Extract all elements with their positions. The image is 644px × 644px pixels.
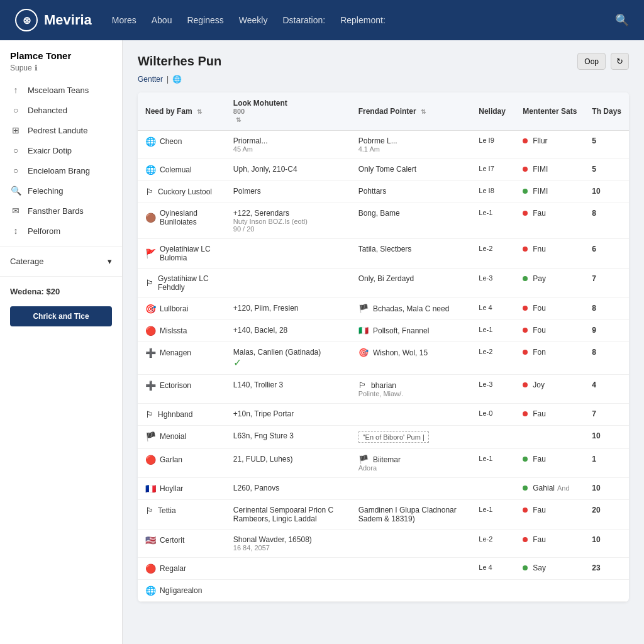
- cell-name: 🚩 Oyelatihiaw LC Bulomia: [138, 239, 226, 269]
- cell-frendad: [351, 580, 472, 602]
- cell-days: 1: [584, 449, 629, 478]
- cell-look: Polmers: [226, 181, 351, 203]
- cell-name: 🇫🇷 Hoyllar: [138, 478, 226, 500]
- cell-sats: Fllur: [515, 131, 584, 159]
- cell-neliday: Le I7: [471, 159, 515, 181]
- sidebar-category[interactable]: Caterage ▾: [0, 252, 122, 271]
- navbar: ⊛ Meviria Mores Abou Reginess Weekly Dst…: [0, 0, 644, 40]
- table-row: 🔴 Garlan 21, FULD, Luhes) 🏴 Biitemar Ado…: [138, 449, 629, 478]
- page-layout: Plamce Toner Supue ℹ ↑ Msceloam Teans ○ …: [0, 40, 644, 644]
- cell-look: Priormal... 45 Am: [226, 131, 351, 159]
- cell-sats: Gahial And: [515, 478, 584, 500]
- circle-icon: ○: [10, 105, 21, 115]
- sidebar-item-pedrest[interactable]: ⊞ Pedrest Landute: [0, 120, 122, 140]
- cell-frendad: Gamdinen I Glupa Cladnonar Sadem & 18319…: [351, 500, 472, 530]
- cell-look: L260, Panovs: [226, 478, 351, 500]
- cell-days: 10: [584, 181, 629, 203]
- cell-neliday: Le-2: [471, 530, 515, 558]
- cell-frendad: Tatila, Slectbers: [351, 239, 472, 269]
- sort-icon[interactable]: ⇅: [421, 108, 426, 115]
- sidebar-item-label: Msceloam Teans: [28, 86, 89, 95]
- cell-name: ➕ Menagen: [138, 342, 226, 375]
- cell-days: 8: [584, 203, 629, 239]
- nav-links: Mores Abou Reginess Weekly Dstaration: R…: [112, 15, 595, 25]
- pipe-separator: |: [167, 75, 169, 84]
- cell-neliday: Le 4: [471, 298, 515, 320]
- cell-sats: [515, 426, 584, 449]
- table-row: 🏳 Cuckory Lustool Polmers Pohttars Le I8…: [138, 181, 629, 203]
- sidebar-item-label: Fansther Bards: [28, 206, 84, 216]
- sidebar-item-encieloam[interactable]: ○ Encieloam Brang: [0, 160, 122, 180]
- sidebar-item-label: Dehancted: [28, 106, 67, 115]
- sidebar-item-feleching[interactable]: 🔍 Feleching: [0, 180, 122, 201]
- cell-days: 6: [584, 239, 629, 269]
- cell-sats: Pay: [515, 269, 584, 298]
- cell-sats: Joy: [515, 375, 584, 404]
- nav-reginess[interactable]: Reginess: [187, 15, 223, 25]
- table-row: 🏳 Tettia Cerinental Sempoaral Prion C Ra…: [138, 500, 629, 530]
- sidebar-item-fansther[interactable]: ✉ Fansther Bards: [0, 201, 122, 221]
- nav-abou[interactable]: Abou: [152, 15, 172, 25]
- cell-neliday: Le-3: [471, 269, 515, 298]
- grid-icon: ⊞: [10, 125, 21, 135]
- col-look-mohutent: Look Mohutent 800 ⇅: [226, 92, 351, 131]
- cell-frendad: [351, 530, 472, 558]
- sort-icon[interactable]: ⇅: [236, 116, 241, 123]
- cell-frendad: 🎯 Wishon, Wol, 15: [351, 342, 472, 375]
- cell-look: [226, 269, 351, 298]
- refresh-button[interactable]: ↻: [611, 53, 629, 70]
- main-sub: Gentter | 🌐: [138, 75, 629, 84]
- cell-sats: Fou: [515, 320, 584, 342]
- nav-replemont[interactable]: Replemont:: [340, 15, 386, 25]
- search-icon[interactable]: 🔍: [615, 13, 629, 27]
- cell-name: 🔴 Regalar: [138, 558, 226, 580]
- cell-frendad: "En of Biboro' Pum |: [351, 426, 472, 449]
- cell-frendad: [351, 478, 472, 500]
- cell-name: 🏳 Tettia: [138, 500, 226, 530]
- sidebar-item-msceloam[interactable]: ↑ Msceloam Teans: [0, 80, 122, 100]
- arrow-up-icon: ↑: [10, 85, 21, 95]
- sidebar: Plamce Toner Supue ℹ ↑ Msceloam Teans ○ …: [0, 40, 123, 644]
- cell-frendad: Pohttars: [351, 181, 472, 203]
- cell-neliday: Le I8: [471, 181, 515, 203]
- cell-frendad: Bong, Bame: [351, 203, 472, 239]
- nav-dstaration[interactable]: Dstaration:: [282, 15, 325, 25]
- arrow-updown-icon: ↕: [10, 226, 21, 236]
- cell-frendad: [351, 404, 472, 426]
- col-days: Th Days: [584, 92, 629, 131]
- logo[interactable]: ⊛ Meviria: [15, 9, 92, 31]
- circle-icon: ○: [10, 165, 21, 175]
- gentter-link[interactable]: Gentter: [138, 75, 163, 84]
- cell-sats: Fau: [515, 530, 584, 558]
- cell-look: +140, Baclel, 28: [226, 320, 351, 342]
- sidebar-item-exaicr[interactable]: ○ Exaicr Dotip: [0, 140, 122, 160]
- sidebar-item-pelforom[interactable]: ↕ Pelforom: [0, 221, 122, 241]
- col-need-by-fam: Need by Fam ⇅: [138, 92, 226, 131]
- nav-mores[interactable]: Mores: [112, 15, 136, 25]
- data-table: Need by Fam ⇅ Look Mohutent 800 ⇅ Frenda…: [138, 92, 629, 602]
- cell-days: 10: [584, 530, 629, 558]
- cell-name: 🏴 Menoial: [138, 426, 226, 449]
- sidebar-wedena: Wedena: $20: [0, 282, 122, 301]
- table-row: 🇫🇷 Hoyllar L260, Panovs Gahial And 10: [138, 478, 629, 500]
- cell-look: +120, Piim, Fresien: [226, 298, 351, 320]
- cell-neliday: Le-1: [471, 449, 515, 478]
- cell-look: L140, Trollier 3: [226, 375, 351, 404]
- table-row: 🏴 Menoial L63n, Fng Sture 3 "En of Bibor…: [138, 426, 629, 449]
- table-row: 🚩 Oyelatihiaw LC Bulomia Tatila, Slectbe…: [138, 239, 629, 269]
- cell-frendad: Only Tome Calert: [351, 159, 472, 181]
- table-row: 🔴 Regalar Le 4 Say 23: [138, 558, 629, 580]
- cell-days: 20: [584, 500, 629, 530]
- cell-look: +10n, Tripe Portar: [226, 404, 351, 426]
- cell-days: 23: [584, 558, 629, 580]
- oop-button[interactable]: Oop: [577, 53, 606, 70]
- sidebar-title: Plamce Toner: [0, 50, 122, 64]
- table-row: 🎯 Lullborai +120, Piim, Fresien 🏴 Bchada…: [138, 298, 629, 320]
- nav-weekly[interactable]: Weekly: [239, 15, 268, 25]
- cell-neliday: Le 4: [471, 558, 515, 580]
- cell-name: 🔴 Mislssta: [138, 320, 226, 342]
- sidebar-item-dehancted[interactable]: ○ Dehancted: [0, 100, 122, 120]
- cell-neliday: Le-1: [471, 500, 515, 530]
- sort-icon[interactable]: ⇅: [197, 108, 202, 115]
- checkout-button[interactable]: Chrick and Tice: [10, 306, 112, 326]
